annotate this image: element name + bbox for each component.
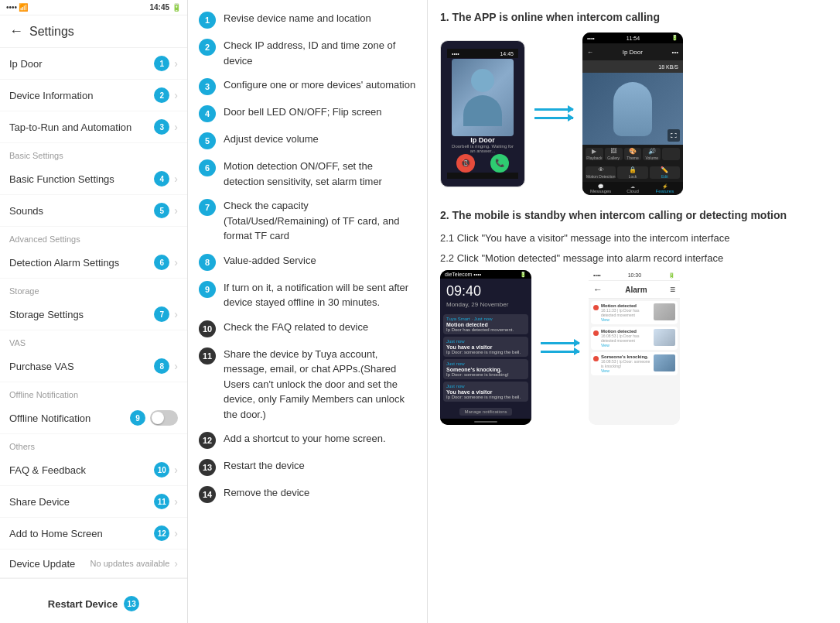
calling-phone-screen: •••• 14:45 Ip Door Doorbell is ringing. … — [440, 40, 525, 187]
speed-display: 18 KB/S — [658, 64, 678, 70]
menu-item-storage[interactable]: Storage Settings 7 › — [0, 299, 187, 330]
video-feed: ⛶ — [582, 73, 683, 145]
section2-desc1: 2.1 Click "You have a visitor" message i… — [440, 231, 828, 246]
offline-notif-toggle[interactable] — [150, 410, 178, 426]
menu-item-detection-alarm[interactable]: Detection Alarm Settings 6 › — [0, 247, 187, 279]
chevron-icon: › — [174, 256, 178, 269]
chevron-icon: › — [174, 57, 178, 70]
statusbar-right: 14:45 🔋 — [149, 3, 181, 12]
chevron-icon: › — [174, 557, 178, 570]
volume-btn[interactable]: 🔊Volume — [643, 148, 661, 160]
alarm-header: ← Alarm ≡ — [589, 281, 680, 299]
motion-detect-btn[interactable]: 👁Motion Detection — [586, 166, 616, 179]
alarm-view-link-3[interactable]: View — [601, 368, 651, 373]
step-14: 14 Remove the device — [199, 485, 416, 503]
phone-statusbar: •••• 📶 14:45 🔋 — [0, 0, 187, 15]
menu-item-device-info[interactable]: Device Information 2 › — [0, 80, 187, 111]
menu-item-share-device[interactable]: Share Device 11 › — [0, 486, 187, 518]
section2-heading: 2. The mobile is standby when intercom c… — [440, 209, 828, 221]
notif-statusbar: dieTelecom •••• 🔋 — [440, 270, 531, 279]
alarm-dot-2 — [593, 330, 599, 336]
theme-btn[interactable]: 🎨Theme — [624, 148, 642, 160]
notif-card-4: Just now You have a visitor Ip Door: som… — [443, 382, 528, 402]
alarm-event-1: Motion detected 16:11:33 | Ip Door has d… — [591, 301, 678, 324]
back-button[interactable]: ← — [9, 23, 23, 39]
step-9: 9 If turn on it, a notification will be … — [199, 280, 416, 310]
chevron-icon: › — [174, 360, 178, 372]
step-8: 8 Value-added Service — [199, 253, 416, 271]
settings-header: ← Settings — [0, 15, 187, 48]
notif-footer: Manage notifications — [440, 405, 531, 419]
accept-button[interactable]: 📞 — [490, 154, 509, 173]
section1-heading: 1. The APP is online when intercom calli… — [440, 11, 828, 23]
section2-desc2: 2.2 Click "Motion detected" message into… — [440, 251, 828, 266]
restart-device-button[interactable]: Restart Device 13 — [9, 588, 178, 619]
right-panel: 1. The APP is online when intercom calli… — [428, 0, 840, 623]
notif-card-2: Just now You have a visitor Ip Door: som… — [443, 337, 528, 357]
menu-list: Ip Door 1 › Device Information 2 › Tap-t… — [0, 48, 187, 578]
menu-item-sounds[interactable]: Sounds 5 › — [0, 195, 187, 227]
step-4: 4 Door bell LED ON/OFF; Flip screen — [199, 104, 416, 122]
chevron-icon: › — [174, 527, 178, 539]
chevron-icon: › — [174, 308, 178, 320]
menu-item-tap-to-run[interactable]: Tap-to-Run and Automation 3 › — [0, 111, 187, 143]
step-2: 2 Check IP address, ID and time zone of … — [199, 38, 416, 68]
alarm-title: Alarm — [625, 286, 647, 294]
section-label-others: Others — [0, 434, 187, 454]
alarm-dot-1 — [593, 305, 599, 310]
statusbar-left: •••• 📶 — [6, 3, 28, 12]
video-person — [613, 82, 652, 136]
playback-btn[interactable]: ▶Playback — [586, 148, 603, 160]
notif-list: Tuya Smart · Just now Motion detected Ip… — [440, 311, 531, 405]
decline-button[interactable]: 📵 — [456, 154, 475, 173]
app-phone-screen: •••• 11:54 🔋 ← Ip Door ••• 18 KB/S ⛶ ▶Pl… — [582, 33, 683, 195]
alarm-menu-icon[interactable]: ≡ — [670, 284, 675, 295]
arrow-line-4 — [541, 351, 579, 353]
section2: 2. The mobile is standby when intercom c… — [440, 209, 828, 425]
menu-item-ip-door[interactable]: Ip Door 1 › — [0, 48, 187, 80]
lock-btn[interactable]: 🔒Lock — [617, 166, 647, 179]
notification-screen: dieTelecom •••• 🔋 09:40 Monday, 29 Novem… — [440, 270, 531, 425]
notif-time: 09:40 — [440, 279, 531, 301]
intercom-demo: •••• 14:45 Ip Door Doorbell is ringing. … — [440, 33, 828, 195]
menu-item-purchase-vas[interactable]: Purchase VAS 8 › — [0, 351, 187, 382]
wifi-icon: 📶 — [19, 3, 28, 12]
alarm-screen: •••• 10:30 🔋 ← Alarm ≡ Motion detected 1… — [589, 270, 680, 425]
chevron-icon: › — [174, 495, 178, 508]
bottom-buttons: Restart Device 13 Remove Device 14 — [0, 578, 187, 623]
chevron-icon: › — [174, 173, 178, 185]
manage-notifications-btn[interactable]: Manage notifications — [459, 408, 511, 416]
step-3: 3 Configure one or more devices' automat… — [199, 77, 416, 95]
menu-item-faq[interactable]: FAQ & Feedback 10 › — [0, 454, 187, 486]
alarm-back-button[interactable]: ← — [593, 284, 603, 295]
alarm-event-list: Motion detected 16:11:33 | Ip Door has d… — [589, 299, 680, 425]
caller-info: Ip Door Doorbell is ringing. Waiting for… — [447, 136, 518, 153]
time-display: 14:45 — [149, 3, 169, 12]
arrow-line-2 — [534, 117, 573, 119]
app-controls: ▶Playback 🖼Gallery 🎨Theme 🔊Volume — [582, 145, 683, 163]
gallery-btn[interactable]: 🖼Gallery — [605, 148, 623, 160]
arrow-line-1 — [534, 108, 573, 111]
left-panel: •••• 📶 14:45 🔋 ← Settings Ip Door 1 › De… — [0, 0, 188, 623]
alarm-view-link-2[interactable]: View — [601, 343, 651, 347]
alarm-view-link-1[interactable]: View — [601, 317, 651, 322]
arrow-right-2 — [541, 342, 579, 353]
menu-item-add-home-screen[interactable]: Add to Home Screen 12 › — [0, 518, 187, 549]
step-13: 13 Restart the device — [199, 458, 416, 476]
app-title: Ip Door — [623, 49, 643, 56]
menu-item-basic-function[interactable]: Basic Function Settings 4 › — [0, 163, 187, 195]
menu-item-device-update[interactable]: Device Update No updates available › — [0, 549, 187, 578]
alarm-statusbar: •••• 10:30 🔋 — [589, 270, 680, 281]
chevron-icon: › — [174, 121, 178, 133]
menu-item-offline-notif[interactable]: Offline Notification 9 — [0, 402, 187, 434]
edit-btn[interactable]: ✏️Edit — [650, 166, 680, 179]
app-bottom-controls: 👁Motion Detection 🔒Lock ✏️Edit — [582, 163, 683, 182]
section-label-basic: Basic Settings — [0, 143, 187, 163]
alarm-thumbnail-3 — [654, 354, 675, 371]
call-buttons: 📵 📞 — [456, 154, 509, 173]
arrow-line-3 — [541, 342, 579, 344]
app-topbar: ← Ip Door ••• — [582, 43, 683, 60]
standby-demo: dieTelecom •••• 🔋 09:40 Monday, 29 Novem… — [440, 270, 828, 425]
step-11: 11 Share the device by Tuya account, mes… — [199, 347, 416, 423]
section-label-storage: Storage — [0, 279, 187, 299]
